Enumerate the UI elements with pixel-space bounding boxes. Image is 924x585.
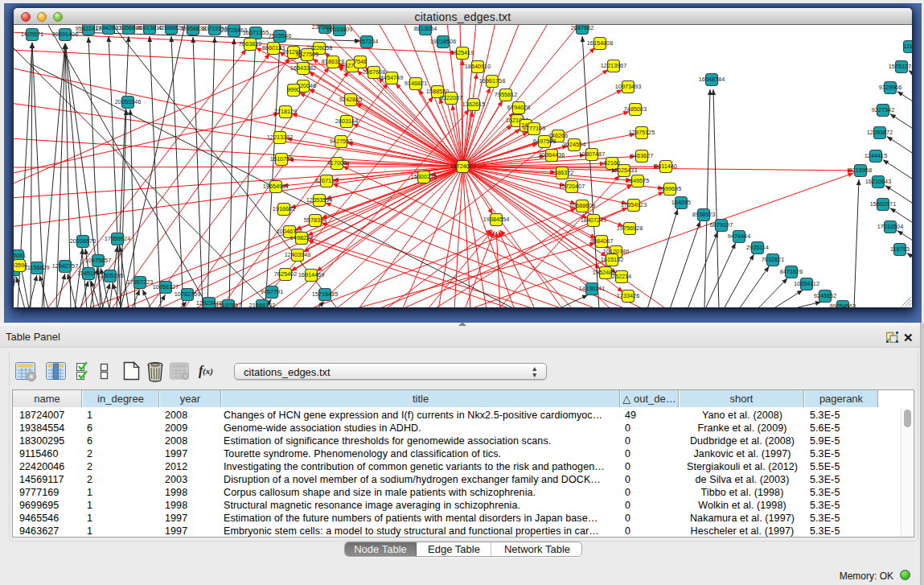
svg-text:15692971: 15692971 (870, 200, 896, 208)
svg-text:15751074: 15751074 (889, 63, 912, 70)
svg-text:10975857: 10975857 (85, 257, 111, 264)
svg-text:17359924: 17359924 (105, 235, 130, 242)
svg-text:7515546: 7515546 (269, 32, 291, 39)
svg-text:9777109: 9777109 (523, 125, 545, 132)
svg-text:17654923: 17654923 (621, 201, 647, 208)
svg-text:15716485: 15716485 (312, 290, 338, 298)
svg-text:12213967: 12213967 (601, 62, 626, 69)
svg-text:20206576: 20206576 (70, 237, 96, 245)
svg-text:62160: 62160 (604, 159, 620, 167)
svg-text:12093872: 12093872 (867, 129, 893, 136)
svg-text:1615132: 1615132 (601, 256, 623, 263)
svg-text:9474444: 9474444 (728, 233, 750, 240)
svg-text:16033809: 16033809 (326, 26, 352, 33)
svg-text:12942757: 12942757 (52, 262, 78, 270)
svg-text:11156829: 11156829 (24, 264, 49, 271)
svg-text:12213382: 12213382 (267, 134, 293, 141)
svg-text:9146821: 9146821 (405, 80, 427, 87)
svg-text:8813054: 8813054 (414, 25, 437, 32)
svg-text:1362615: 1362615 (462, 101, 485, 108)
svg-text:15720407: 15720407 (559, 183, 585, 190)
svg-text:7632621: 7632621 (762, 256, 784, 263)
svg-text:10807487: 10807487 (579, 150, 605, 158)
svg-text:2849575: 2849575 (626, 177, 649, 184)
svg-text:5578334: 5578334 (304, 216, 326, 224)
svg-text:10958127: 10958127 (153, 283, 179, 290)
svg-text:8471626: 8471626 (780, 268, 803, 275)
svg-text:8454749: 8454749 (380, 74, 403, 81)
svg-text:1733426: 1733426 (617, 292, 639, 299)
svg-text:7546: 7546 (354, 58, 367, 65)
svg-text:1498222: 1498222 (290, 234, 313, 241)
svg-text:3215958: 3215958 (849, 167, 872, 174)
svg-text:9227342: 9227342 (872, 106, 894, 113)
svg-text:10654112: 10654112 (794, 280, 819, 287)
svg-text:53594: 53594 (14, 262, 27, 269)
svg-text:16543382: 16543382 (290, 64, 316, 72)
svg-text:12403948: 12403948 (285, 251, 310, 258)
svg-text:83197857: 83197857 (216, 302, 241, 307)
svg-text:9457791: 9457791 (261, 288, 283, 295)
svg-text:164095: 164095 (671, 199, 691, 206)
svg-text:19384554: 19384554 (483, 216, 509, 223)
svg-text:9242845: 9242845 (339, 96, 362, 103)
svg-text:7663822: 7663822 (239, 40, 261, 47)
svg-text:89254563: 89254563 (830, 303, 856, 307)
svg-text:10973493: 10973493 (615, 83, 641, 90)
svg-text:7357234: 7357234 (355, 38, 378, 45)
svg-text:417006: 417006 (327, 159, 347, 167)
svg-text:18724007: 18724007 (450, 163, 475, 170)
svg-text:17010504: 17010504 (877, 223, 903, 230)
svg-text:8267130: 8267130 (315, 177, 338, 184)
svg-text:6879197: 6879197 (710, 221, 733, 229)
svg-text:12975125: 12975125 (629, 129, 655, 136)
svg-text:12505195: 12505195 (97, 272, 123, 279)
svg-text:(x): (x) (203, 366, 213, 377)
svg-text:6497508: 6497508 (533, 138, 556, 145)
svg-text:1244415: 1244415 (864, 152, 887, 159)
svg-text:2687682: 2687682 (571, 25, 593, 31)
svg-text:9699695: 9699695 (659, 185, 681, 192)
svg-text:16210643: 16210643 (865, 178, 891, 185)
svg-text:18640910: 18640910 (465, 63, 491, 70)
svg-text:9084067: 9084067 (590, 237, 613, 245)
svg-text:1405571: 1405571 (21, 31, 43, 38)
svg-text:9463627: 9463627 (630, 152, 653, 159)
svg-text:7386372: 7386372 (551, 169, 573, 176)
svg-text:1325419: 1325419 (451, 49, 474, 56)
svg-text:21668732: 21668732 (249, 302, 275, 307)
svg-text:7485003: 7485003 (624, 105, 647, 113)
svg-text:8322037: 8322037 (440, 94, 462, 101)
svg-text:8938923: 8938923 (692, 211, 715, 218)
svg-text:19218506: 19218506 (430, 38, 456, 45)
svg-text:9427552: 9427552 (330, 138, 352, 145)
svg-text:1916682: 1916682 (273, 205, 295, 212)
svg-text:16548784: 16548784 (699, 76, 725, 83)
svg-text:9811440: 9811440 (655, 163, 677, 170)
svg-text:7955812: 7955812 (495, 91, 517, 98)
svg-text:19756928: 19756928 (617, 225, 643, 232)
svg-text:6794028: 6794028 (507, 104, 530, 111)
svg-text:1610755: 1610755 (270, 155, 293, 163)
svg-text:15300275: 15300275 (411, 173, 437, 180)
svg-text:252214: 252214 (612, 273, 631, 280)
svg-text:10782759: 10782759 (175, 290, 200, 298)
svg-text:9990: 9990 (287, 86, 300, 93)
svg-text:7625402: 7625402 (274, 270, 297, 278)
svg-text:3024554: 3024554 (563, 141, 585, 148)
svg-text:16961758: 16961758 (479, 77, 505, 84)
svg-text:20691406: 20691406 (52, 31, 78, 38)
svg-text:16914469: 16914469 (298, 271, 324, 278)
svg-text:17957223: 17957223 (127, 278, 153, 286)
svg-text:2935114: 2935114 (746, 244, 769, 251)
svg-text:1112: 1112 (903, 43, 912, 50)
svg-text:2803144: 2803144 (335, 117, 358, 125)
svg-text:20053346: 20053346 (115, 98, 141, 105)
svg-text:1145194: 1145194 (77, 270, 100, 277)
svg-text:9329966: 9329966 (879, 84, 901, 91)
svg-text:9245652: 9245652 (814, 292, 836, 299)
svg-text:16671355: 16671355 (243, 29, 269, 36)
svg-text:85081: 85081 (14, 252, 26, 259)
svg-text:2718129: 2718129 (274, 108, 297, 115)
svg-text:12353594: 12353594 (306, 196, 332, 204)
